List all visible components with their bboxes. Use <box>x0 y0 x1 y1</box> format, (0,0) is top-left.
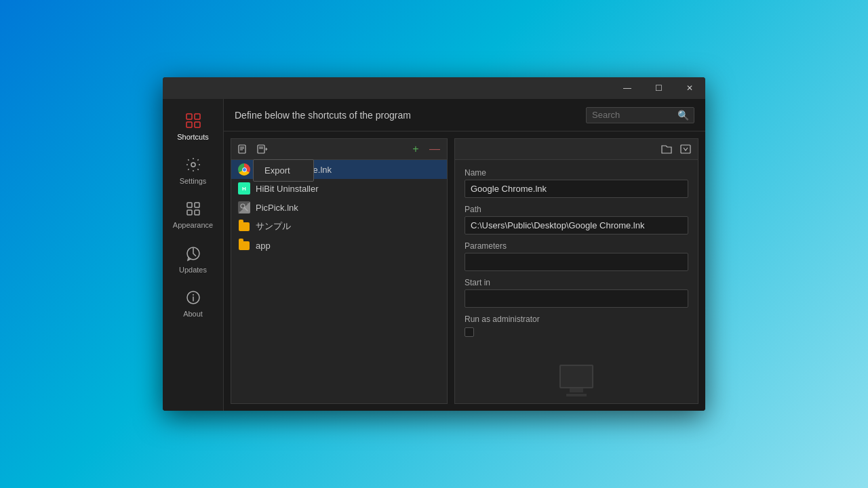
add-button[interactable]: + <box>408 142 424 157</box>
export-option[interactable]: Export <box>254 163 313 178</box>
app-window: — ☐ ✕ Shortcuts <box>163 77 705 411</box>
preview-icon <box>559 365 593 396</box>
about-icon <box>184 288 203 307</box>
run-as-admin-row <box>465 327 688 337</box>
svg-rect-3 <box>195 122 200 127</box>
path-field: Path <box>465 205 688 235</box>
svg-line-22 <box>245 208 248 211</box>
run-as-admin-checkbox[interactable] <box>465 327 474 337</box>
search-input[interactable] <box>592 110 673 120</box>
window-controls: — ☐ ✕ <box>612 77 705 99</box>
file-item-picpick[interactable]: PicPick.lnk <box>231 198 447 217</box>
sidebar-item-shortcuts[interactable]: Shortcuts <box>163 104 223 148</box>
svg-rect-6 <box>195 203 199 207</box>
chrome-file-icon <box>238 163 250 176</box>
hibit-file-icon: H <box>238 182 250 195</box>
file-panel: Export + — <box>231 138 448 404</box>
picpick-file-icon <box>238 201 250 214</box>
file-item-hibit[interactable]: H HiBit Uninstaller <box>231 179 447 198</box>
shortcuts-icon <box>184 111 203 130</box>
svg-rect-17 <box>258 145 264 153</box>
content-area: Define below the shortcuts of the progra… <box>224 99 705 411</box>
app-body: Shortcuts Settings <box>163 99 705 411</box>
sidebar-item-settings[interactable]: Settings <box>163 148 223 192</box>
minimize-button[interactable]: — <box>612 77 643 99</box>
parameters-field: Parameters <box>465 241 688 271</box>
folder-sample-icon <box>238 220 250 232</box>
remove-button[interactable]: — <box>427 142 443 157</box>
detail-form: Name Path Parameters Start in <box>455 160 698 345</box>
path-label: Path <box>465 205 688 214</box>
parameters-label: Parameters <box>465 241 688 251</box>
start-in-input[interactable] <box>465 289 688 308</box>
browse-button[interactable] <box>677 142 694 157</box>
export-dropdown: Export <box>253 159 314 182</box>
sidebar-updates-label: Updates <box>179 266 207 274</box>
parameters-input[interactable] <box>465 253 688 271</box>
page-title: Define below the shortcuts of the progra… <box>235 110 411 121</box>
run-as-admin-field: Run as administrator <box>465 314 688 337</box>
updates-icon <box>184 244 203 263</box>
svg-rect-13 <box>239 145 245 153</box>
folder-app-icon <box>238 239 250 251</box>
sidebar-item-updates[interactable]: Updates <box>163 237 223 281</box>
search-box: 🔍 <box>586 107 694 123</box>
close-button[interactable]: ✕ <box>674 77 705 99</box>
open-folder-button[interactable] <box>658 142 675 157</box>
name-label: Name <box>465 168 688 178</box>
svg-point-4 <box>191 163 195 167</box>
sidebar-shortcuts-label: Shortcuts <box>177 133 208 142</box>
file-panel-toolbar: Export + — <box>231 139 447 160</box>
svg-rect-7 <box>187 210 192 215</box>
file-item-hibit-name: HiBit Uninstaller <box>256 184 318 194</box>
panels: Export + — <box>224 131 705 411</box>
preview-area <box>455 345 698 403</box>
monitor-icon <box>559 365 593 388</box>
sidebar: Shortcuts Settings <box>163 99 224 411</box>
maximize-button[interactable]: ☐ <box>643 77 674 99</box>
settings-icon <box>184 155 203 174</box>
sidebar-appearance-label: Appearance <box>173 221 213 230</box>
path-input[interactable] <box>465 216 688 235</box>
name-field: Name <box>465 168 688 198</box>
svg-rect-8 <box>195 210 199 215</box>
start-in-label: Start in <box>465 278 688 287</box>
sidebar-settings-label: Settings <box>180 177 207 186</box>
file-list: Google Chrome.lnk H HiBit Uninstaller <box>231 160 447 403</box>
svg-rect-23 <box>681 145 690 153</box>
svg-rect-5 <box>187 203 192 207</box>
detail-panel: Name Path Parameters Start in <box>454 138 698 404</box>
export-button[interactable] <box>254 142 271 157</box>
svg-rect-1 <box>195 114 200 119</box>
file-item-picpick-name: PicPick.lnk <box>256 203 298 213</box>
file-item-app[interactable]: app <box>231 236 447 255</box>
import-button[interactable] <box>235 142 252 157</box>
title-bar: — ☐ ✕ <box>163 77 705 99</box>
sidebar-item-appearance[interactable]: Appearance <box>163 192 223 237</box>
file-item-sample-name: サンプル <box>256 220 291 232</box>
monitor-stand-icon <box>566 394 587 396</box>
file-item-app-name: app <box>256 241 271 251</box>
detail-panel-toolbar <box>455 139 698 160</box>
appearance-icon <box>184 199 203 218</box>
name-input[interactable] <box>465 180 688 198</box>
svg-rect-0 <box>186 114 192 119</box>
top-bar: Define below the shortcuts of the progra… <box>224 99 705 131</box>
file-item-sample[interactable]: サンプル <box>231 217 447 236</box>
svg-rect-2 <box>186 122 192 127</box>
run-as-admin-label: Run as administrator <box>465 314 688 324</box>
search-icon: 🔍 <box>677 110 689 121</box>
sidebar-item-about[interactable]: About <box>163 281 223 325</box>
start-in-field: Start in <box>465 278 688 308</box>
sidebar-about-label: About <box>183 310 203 319</box>
